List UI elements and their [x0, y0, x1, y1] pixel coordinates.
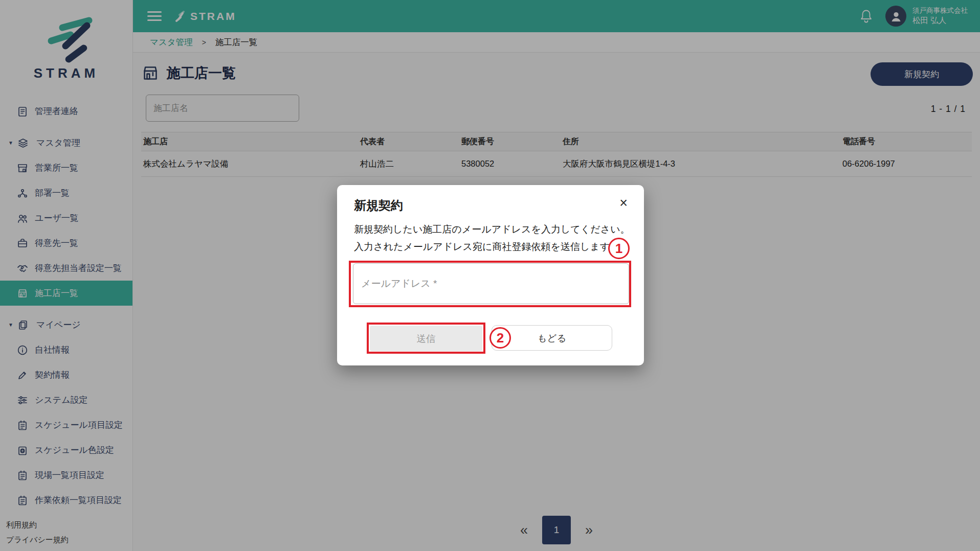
modal-title: 新規契約 — [354, 197, 403, 214]
modal-description-line2: 入力されたメールアドレス宛に商社登録依頼を送信します。 — [354, 238, 630, 256]
annotation-step-2: 2 — [489, 327, 511, 349]
close-icon[interactable]: × — [619, 196, 628, 210]
modal-description-line1: 新規契約したい施工店のメールアドレスを入力してください。 — [354, 221, 630, 238]
email-field[interactable] — [353, 263, 629, 304]
modal-description: 新規契約したい施工店のメールアドレスを入力してください。 入力されたメールアドレ… — [354, 221, 630, 256]
submit-button[interactable]: 送信 — [370, 326, 482, 351]
annotation-step-1: 1 — [608, 238, 630, 259]
